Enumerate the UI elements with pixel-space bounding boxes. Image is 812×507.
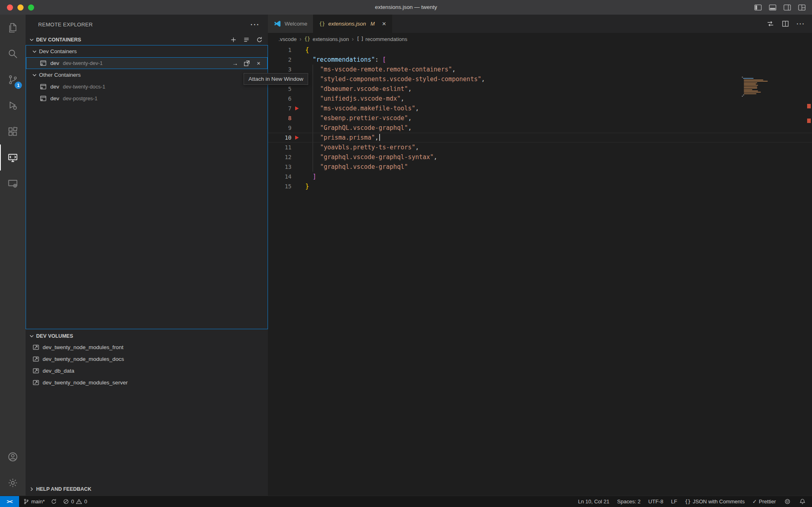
more-actions-icon[interactable]: ···: [797, 20, 805, 27]
code-line[interactable]: 6 "unifiedjs.vscode-mdx",: [268, 94, 812, 104]
code-line[interactable]: 14 ]: [268, 172, 812, 181]
git-branch-status[interactable]: main*: [23, 498, 45, 505]
search-icon[interactable]: [0, 41, 26, 67]
tab-extensions-json[interactable]: {} extensions.json M ×: [313, 15, 392, 33]
code-line[interactable]: 8 "esbenp.prettier-vscode",: [268, 113, 812, 123]
code-line[interactable]: 2 "recommendations": [: [268, 55, 812, 65]
container-label: dev: [50, 84, 59, 90]
volume-item[interactable]: dev_db_data: [26, 365, 268, 377]
volume-icon: [32, 356, 39, 362]
explorer-icon[interactable]: [0, 15, 26, 41]
volume-item[interactable]: dev_twenty_node_modules_server: [26, 377, 268, 388]
minimize-window-button[interactable]: [17, 4, 24, 11]
notifications-bell-icon[interactable]: [799, 498, 806, 505]
volume-label: dev_twenty_node_modules_front: [43, 344, 123, 350]
settings-gear-icon[interactable]: [0, 470, 26, 496]
code-line[interactable]: 13 "graphql.vscode-graphql": [268, 162, 812, 172]
breadcrumb-file[interactable]: {} extensions.json: [304, 36, 349, 42]
code-line[interactable]: 7 "ms-vscode.makefile-tools",: [268, 104, 812, 113]
sidebar-header: REMOTE EXPLORER ···: [26, 15, 268, 35]
container-description: dev-twenty-dev-1: [63, 60, 103, 66]
run-debug-icon[interactable]: [0, 93, 26, 119]
json-file-icon: {}: [304, 36, 310, 42]
close-tab-icon[interactable]: ×: [382, 20, 386, 27]
attach-new-window-icon[interactable]: [243, 60, 251, 67]
chevron-right-icon: [28, 486, 35, 492]
tree-group-dev-containers[interactable]: Dev Containers: [26, 45, 268, 57]
problems-status[interactable]: 0 0: [63, 498, 87, 505]
code-line[interactable]: 1{: [268, 45, 812, 55]
breadcrumb-folder[interactable]: .vscode: [279, 36, 297, 42]
container-label: dev: [50, 95, 59, 101]
code-line[interactable]: 9 "GraphQL.vscode-graphql",: [268, 123, 812, 133]
toggle-primary-sidebar-icon[interactable]: [754, 4, 762, 11]
text-cursor: [379, 134, 380, 141]
zoom-window-button[interactable]: [28, 4, 34, 11]
code-line[interactable]: 5 "dbaeumer.vscode-eslint",: [268, 84, 812, 94]
accounts-icon[interactable]: [0, 444, 26, 470]
container-icon: [40, 83, 47, 90]
customize-layout-icon[interactable]: [798, 4, 806, 11]
more-actions-icon[interactable]: ···: [251, 21, 260, 29]
code-line[interactable]: 15}: [268, 181, 812, 191]
formatter-status[interactable]: ✓ Prettier: [752, 498, 776, 505]
extensions-icon[interactable]: [0, 119, 26, 145]
code-line[interactable]: 10 "prisma.prisma",: [268, 133, 812, 142]
container-item-dev-postgres-1[interactable]: dev dev-postgres-1: [26, 93, 268, 104]
sync-changes-button[interactable]: [51, 498, 57, 505]
split-editor-icon[interactable]: [782, 20, 789, 28]
tab-welcome[interactable]: Welcome: [268, 15, 313, 33]
code-area[interactable]: 1{2 "recommendations": [3 "ms-vscode-rem…: [268, 45, 812, 191]
open-changes-icon[interactable]: [767, 20, 774, 28]
breadcrumb-symbol[interactable]: [ ] recommendations: [356, 36, 407, 42]
remote-explorer-icon[interactable]: [0, 145, 26, 170]
dev-containers-icon[interactable]: [0, 170, 26, 196]
code-line[interactable]: 4 "styled-components.vscode-styled-compo…: [268, 74, 812, 84]
titlebar: extensions.json — twenty: [0, 0, 812, 15]
dev-volumes-section: DEV VOLUMES dev_twenty_node_modules_fron…: [26, 331, 268, 388]
eol-status[interactable]: LF: [671, 498, 677, 505]
minimap[interactable]: [742, 77, 779, 97]
group-label: Other Containers: [39, 72, 81, 78]
section-help-feedback[interactable]: HELP AND FEEDBACK: [26, 484, 268, 494]
attach-current-window-icon[interactable]: →: [231, 60, 239, 67]
language-mode-status[interactable]: {} JSON with Comments: [685, 498, 745, 505]
error-count: 0: [71, 498, 74, 505]
formatter-label: Prettier: [759, 498, 776, 505]
stop-container-icon[interactable]: ×: [255, 60, 262, 67]
window-title: extensions.json — twenty: [122, 0, 690, 15]
toggle-panel-icon[interactable]: [769, 4, 776, 11]
source-control-icon[interactable]: 1: [0, 67, 26, 93]
refresh-icon[interactable]: [256, 36, 263, 43]
code-line[interactable]: 3 "ms-vscode-remote.remote-containers",: [268, 65, 812, 74]
container-item-dev-twenty-dev-1[interactable]: dev dev-twenty-dev-1 → ×: [26, 57, 268, 69]
tree-group-other-containers[interactable]: Other Containers: [26, 69, 268, 81]
chevron-down-icon: [31, 72, 38, 78]
section-label: DEV VOLUMES: [36, 333, 73, 339]
sidebar-title: REMOTE EXPLORER: [38, 22, 93, 28]
volume-item[interactable]: dev_twenty_node_modules_docs: [26, 353, 268, 365]
volume-label: dev_twenty_node_modules_docs: [43, 356, 124, 362]
feedback-icon[interactable]: [784, 498, 791, 505]
symbol-array-icon: [ ]: [356, 36, 363, 42]
volume-item[interactable]: dev_twenty_node_modules_front: [26, 341, 268, 353]
indentation-status[interactable]: Spaces: 2: [617, 498, 641, 505]
activity-bar: 1: [0, 15, 26, 496]
section-dev-containers[interactable]: DEV CONTAINERS: [26, 35, 268, 45]
container-icon: [40, 60, 47, 67]
new-container-icon[interactable]: [230, 36, 237, 43]
code-line[interactable]: 11 "yoavbls.pretty-ts-errors",: [268, 142, 812, 152]
show-log-icon[interactable]: [243, 36, 250, 43]
cursor-position-status[interactable]: Ln 10, Col 21: [578, 498, 609, 505]
toggle-secondary-sidebar-icon[interactable]: [784, 4, 791, 11]
encoding-status[interactable]: UTF-8: [648, 498, 663, 505]
code-line[interactable]: 12 "graphql.vscode-graphql-syntax",: [268, 152, 812, 162]
tab-bar: Welcome {} extensions.json M × ···: [268, 15, 812, 33]
breadcrumb-separator-icon: ›: [352, 36, 354, 42]
container-item-dev-twenty-docs-1[interactable]: dev dev-twenty-docs-1: [26, 81, 268, 93]
remote-indicator[interactable]: ><: [0, 496, 19, 507]
breadcrumb-label: recommendations: [365, 36, 407, 42]
section-dev-volumes[interactable]: DEV VOLUMES: [26, 331, 268, 341]
close-window-button[interactable]: [7, 4, 13, 11]
remote-indicator-glyph: ><: [7, 498, 13, 505]
